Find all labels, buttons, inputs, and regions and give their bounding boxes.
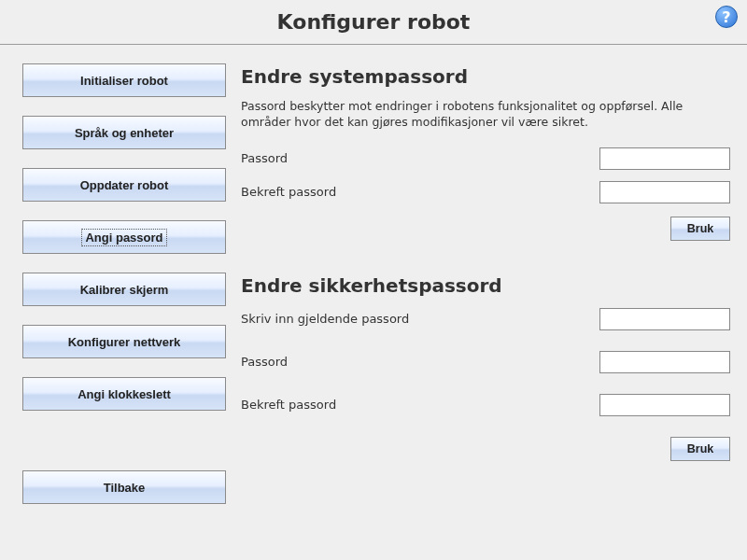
body: Initialiser robot Språk og enheter Oppda… [0,45,747,513]
header: Konfigurer robot ? [0,0,747,45]
security-confirm-input[interactable] [599,394,730,416]
security-current-input[interactable] [599,308,730,330]
security-password-title: Endre sikkerhetspassord [241,274,734,297]
nav-language-units[interactable]: Språk og enheter [22,116,226,149]
security-apply-row: Bruk [241,437,734,461]
system-password-input[interactable] [599,147,730,170]
system-apply-button[interactable]: Bruk [670,217,730,241]
nav-configure-network[interactable]: Konfigurer nettverk [22,325,226,358]
help-icon[interactable]: ? [715,6,738,28]
security-password-row: Passord [241,351,734,373]
security-password-input[interactable] [599,351,730,373]
nav-calibrate-screen[interactable]: Kalibrer skjerm [22,273,226,306]
content: Endre systempassord Passord beskytter mo… [226,63,738,504]
nav-label: Angi passord [82,230,165,245]
current-password-label: Skriv inn gjeldende passord [241,312,493,326]
system-password-section: Endre systempassord Passord beskytter mo… [241,65,734,241]
system-apply-row: Bruk [241,217,734,241]
confirm-label: Bekreft passord [241,398,493,412]
security-apply-button[interactable]: Bruk [670,437,730,461]
password-label: Passord [241,355,493,369]
nav-set-password[interactable]: Angi passord [22,220,226,254]
spacer [22,429,226,452]
password-label: Passord [241,151,493,165]
system-password-desc: Passord beskytter mot endringer i robote… [241,99,708,131]
sidebar: Initialiser robot Språk og enheter Oppda… [22,63,226,504]
nav-label: Oppdater robot [80,178,169,192]
confirm-label: Bekreft passord [241,185,493,199]
nav-label: Tilbake [104,481,146,495]
nav-label: Konfigurer nettverk [68,335,181,349]
security-password-section: Endre sikkerhetspassord Skriv inn gjelde… [241,274,734,461]
system-password-row: Passord [241,147,734,170]
nav-label: Språk og enheter [75,126,174,140]
security-current-row: Skriv inn gjeldende passord [241,308,734,330]
system-confirm-input[interactable] [599,181,730,203]
page-title: Konfigurer robot [277,10,471,34]
nav-set-time[interactable]: Angi klokkeslett [22,377,226,411]
system-confirm-row: Bekreft passord [241,181,734,203]
system-password-title: Endre systempassord [241,65,734,88]
nav-label: Initialiser robot [80,74,168,88]
security-confirm-row: Bekreft passord [241,394,734,416]
nav-initialize-robot[interactable]: Initialiser robot [22,63,226,97]
nav-label: Kalibrer skjerm [80,283,169,297]
nav-back[interactable]: Tilbake [22,470,226,504]
nav-label: Angi klokkeslett [78,387,171,401]
nav-update-robot[interactable]: Oppdater robot [22,168,226,202]
